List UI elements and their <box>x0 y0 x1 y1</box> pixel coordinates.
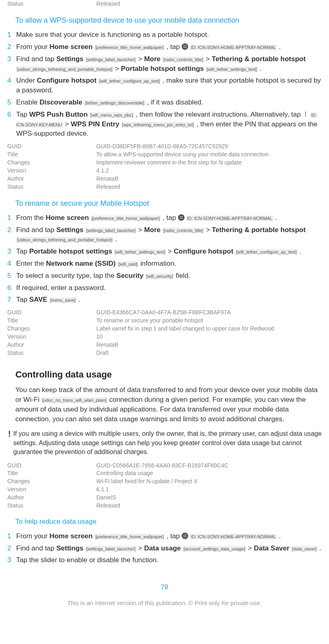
step-3: 3Find and tap Settings [settings_label_l… <box>7 53 322 75</box>
step-1: 1From the Home screen [preference_title_… <box>7 212 322 224</box>
menu-key-icon: ⋮ <box>303 112 308 115</box>
rename-hotspot-title: To rename or secure your Mobile Hotspot <box>15 198 322 208</box>
apptray-icon <box>178 214 185 221</box>
meta-block-2: GUIDGUID-E4366CA7-0AA0-4F7A-B25B-F8BFC3B… <box>7 309 322 357</box>
reduce-data-usage-title: To help reduce data usage <box>15 517 322 527</box>
step-2: 2Find and tap Settings [settings_label_l… <box>7 543 322 555</box>
step-2: 2Find and tap Settings [settings_label_l… <box>7 224 322 246</box>
page-number: 79 <box>7 583 322 592</box>
meta-block-3: GUIDGUID-C0566A1E-7656-4AA0-83CF-B16974F… <box>7 462 322 510</box>
step-4: 4Under Configure hotspot [wifi_tether_co… <box>7 75 322 97</box>
step-1: 1Make sure that your device is functioni… <box>7 29 322 41</box>
step-2: 2From your Home screen [preference_title… <box>7 41 322 53</box>
top-meta: StatusReleased <box>7 0 322 8</box>
data-usage-paragraph: You can keep track of the amount of data… <box>15 385 322 424</box>
status-key: Status <box>7 0 96 8</box>
step-1: 1From your Home screen [preference_title… <box>7 531 322 543</box>
step-7: 7Tap SAVE [menu_save] . <box>7 294 322 306</box>
step-5: 5Enable Discoverable [tether_settings_di… <box>7 97 322 109</box>
step-4: 4Enter the Network name (SSID) [wifi_ssi… <box>7 258 322 270</box>
step-3: 3Tap Portable hotspot settings [wifi_tet… <box>7 246 322 258</box>
status-val: Released <box>96 0 322 8</box>
apptray-icon <box>182 533 188 539</box>
step-6: 6Tap WPS Push Button [wifi_menu_wps_pbc]… <box>7 109 322 140</box>
apptray-icon <box>182 43 188 50</box>
note-icon: ! <box>8 429 11 456</box>
footer-notice: This is an internet version of this publ… <box>7 599 322 607</box>
wps-allow-steps: 1Make sure that your device is functioni… <box>7 29 322 140</box>
reduce-data-usage-steps: 1From your Home screen [preference_title… <box>7 531 322 567</box>
step-5: 5To select a security type, tap the Secu… <box>7 270 322 282</box>
controlling-data-usage-heading: Controlling data usage <box>15 369 322 381</box>
wps-allow-title: To allow a WPS-supported device to use y… <box>15 15 322 25</box>
note-multiuser: ! If you are using a device with multipl… <box>8 429 322 456</box>
step-6: 6If required, enter a password. <box>7 282 322 294</box>
rename-hotspot-steps: 1From the Home screen [preference_title_… <box>7 212 322 306</box>
step-3: 3Tap the slider to enable or disable the… <box>7 554 322 567</box>
meta-block-1: GUIDGUID-D38DF5FB-86B7-401D-88A5-72C457C… <box>7 143 322 191</box>
